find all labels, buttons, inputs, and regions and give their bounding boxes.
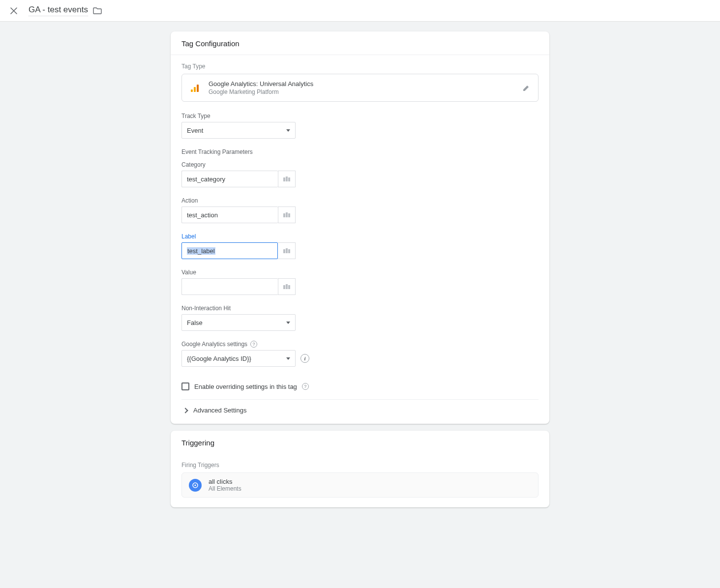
track-type-value: Event	[187, 127, 203, 134]
svg-rect-7	[286, 212, 288, 217]
svg-rect-3	[283, 177, 285, 181]
advanced-settings-toggle[interactable]: Advanced Settings	[181, 400, 539, 424]
top-bar: GA - test events	[0, 0, 720, 22]
svg-rect-6	[283, 213, 285, 217]
ga-settings-value: {{Google Analytics ID}}	[187, 355, 251, 362]
svg-rect-10	[286, 248, 288, 253]
svg-rect-12	[283, 285, 285, 289]
track-type-select[interactable]: Event	[181, 122, 296, 139]
label-input[interactable]: test_label	[181, 242, 278, 259]
svg-rect-9	[283, 249, 285, 253]
svg-rect-11	[288, 249, 290, 253]
click-trigger-icon	[189, 479, 202, 492]
noninteraction-value: False	[187, 319, 203, 326]
event-params-heading: Event Tracking Parameters	[181, 148, 539, 155]
noninteraction-label: Non-Interaction Hit	[181, 305, 539, 312]
svg-rect-14	[288, 285, 290, 289]
folder-icon[interactable]	[93, 6, 102, 15]
variable-picker-icon[interactable]	[278, 278, 296, 295]
trigger-row[interactable]: all clicks All Elements	[181, 472, 539, 498]
tag-type-selector[interactable]: Google Analytics: Universal Analytics Go…	[181, 74, 539, 102]
analytics-icon	[189, 82, 201, 94]
value-field-label: Value	[181, 269, 539, 276]
value-input[interactable]	[181, 278, 278, 295]
trigger-type: All Elements	[209, 485, 241, 492]
tag-type-platform: Google Marketing Platform	[209, 88, 513, 95]
help-icon[interactable]: ?	[250, 341, 257, 348]
svg-rect-0	[191, 89, 193, 92]
tag-config-title: Tag Configuration	[171, 31, 549, 55]
chevron-down-icon	[286, 357, 290, 360]
ga-settings-label: Google Analytics settings ?	[181, 341, 539, 348]
noninteraction-select[interactable]: False	[181, 314, 296, 331]
track-type-label: Track Type	[181, 113, 539, 119]
svg-rect-8	[288, 213, 290, 217]
close-icon[interactable]	[9, 6, 19, 16]
variable-picker-icon[interactable]	[278, 242, 296, 259]
chevron-right-icon	[182, 408, 188, 413]
label-field-label: Label	[181, 233, 539, 240]
action-input[interactable]: test_action	[181, 206, 278, 223]
chevron-down-icon	[286, 322, 290, 324]
category-input[interactable]: test_category	[181, 171, 278, 187]
trigger-name: all clicks	[209, 478, 241, 485]
variable-picker-icon[interactable]	[278, 171, 296, 187]
firing-triggers-label: Firing Triggers	[181, 462, 539, 469]
tag-config-card: Tag Configuration Tag Type Google Analyt…	[171, 31, 549, 424]
category-label: Category	[181, 161, 539, 168]
svg-point-16	[194, 484, 196, 486]
help-icon[interactable]: ?	[302, 383, 309, 390]
override-settings-checkbox[interactable]	[181, 382, 189, 390]
svg-rect-13	[286, 284, 288, 289]
svg-rect-4	[286, 176, 288, 181]
svg-rect-2	[197, 85, 199, 92]
workspace: Tag Configuration Tag Type Google Analyt…	[0, 22, 720, 588]
triggering-title: Triggering	[171, 431, 549, 454]
page-title[interactable]: GA - test events	[29, 5, 88, 16]
ga-settings-select[interactable]: {{Google Analytics ID}}	[181, 350, 296, 367]
tag-type-label: Tag Type	[181, 63, 539, 70]
chevron-down-icon	[286, 129, 290, 132]
info-icon[interactable]: i	[300, 354, 309, 363]
tag-type-name: Google Analytics: Universal Analytics	[209, 80, 513, 88]
variable-picker-icon[interactable]	[278, 206, 296, 223]
advanced-settings-label: Advanced Settings	[193, 407, 246, 414]
action-label: Action	[181, 197, 539, 204]
svg-rect-1	[194, 87, 196, 92]
triggering-card: Triggering Firing Triggers all clicks Al…	[171, 431, 549, 507]
override-settings-label: Enable overriding settings in this tag	[194, 383, 297, 390]
edit-icon[interactable]	[521, 83, 531, 93]
svg-rect-5	[288, 177, 290, 181]
